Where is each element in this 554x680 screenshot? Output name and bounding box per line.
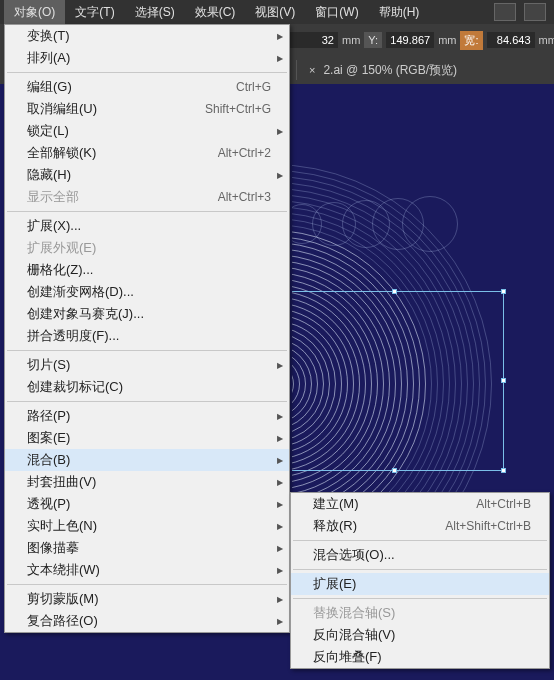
object-menu-item-21[interactable]: 图案(E)	[5, 427, 289, 449]
object-menu: 变换(T)排列(A)编组(G)Ctrl+G取消编组(U)Shift+Ctrl+G…	[4, 24, 290, 633]
menu-label: 隐藏(H)	[27, 166, 71, 184]
menu-select[interactable]: 选择(S)	[125, 0, 185, 24]
menu-label: 创建渐变网格(D)...	[27, 283, 134, 301]
object-menu-item-29[interactable]: 剪切蒙版(M)	[5, 588, 289, 610]
object-menu-item-7[interactable]: 隐藏(H)	[5, 164, 289, 186]
x-unit: mm	[342, 34, 360, 46]
menu-label: 编组(G)	[27, 78, 72, 96]
object-menu-item-12[interactable]: 栅格化(Z)...	[5, 259, 289, 281]
menu-label: 创建对象马赛克(J)...	[27, 305, 144, 323]
object-menu-item-10[interactable]: 扩展(X)...	[5, 215, 289, 237]
menu-effect[interactable]: 效果(C)	[185, 0, 246, 24]
menu-label: 创建裁切标记(C)	[27, 378, 123, 396]
menu-label: 图案(E)	[27, 429, 70, 447]
menu-label: 排列(A)	[27, 49, 70, 67]
object-menu-item-3[interactable]: 编组(G)Ctrl+G	[5, 76, 289, 98]
menu-label: 文本绕排(W)	[27, 561, 100, 579]
object-menu-item-1[interactable]: 排列(A)	[5, 47, 289, 69]
object-menu-item-17[interactable]: 切片(S)	[5, 354, 289, 376]
document-tab[interactable]: 2.ai @ 150% (RGB/预览)	[323, 62, 457, 79]
shortcut: Ctrl+G	[236, 80, 271, 94]
blend-submenu: 建立(M)Alt+Ctrl+B释放(R)Alt+Shift+Ctrl+B混合选项…	[290, 492, 550, 669]
menu-label: 实时上色(N)	[27, 517, 97, 535]
menu-label: 扩展(X)...	[27, 217, 81, 235]
menu-window[interactable]: 窗口(W)	[305, 0, 368, 24]
object-menu-item-24[interactable]: 透视(P)	[5, 493, 289, 515]
menu-label: 建立(M)	[313, 495, 359, 513]
shortcut: Alt+Shift+Ctrl+B	[445, 519, 531, 533]
object-menu-item-20[interactable]: 路径(P)	[5, 405, 289, 427]
w-value[interactable]: 84.643	[487, 32, 535, 48]
w-label: 宽:	[460, 31, 482, 50]
menu-object[interactable]: 对象(O)	[4, 0, 65, 24]
blend-menu-item-3[interactable]: 混合选项(O)...	[291, 544, 549, 566]
menu-label: 替换混合轴(S)	[313, 604, 395, 622]
menu-label: 扩展(E)	[313, 575, 356, 593]
object-menu-item-6[interactable]: 全部解锁(K)Alt+Ctrl+2	[5, 142, 289, 164]
menu-label: 取消编组(U)	[27, 100, 97, 118]
object-menu-item-22[interactable]: 混合(B)	[5, 449, 289, 471]
x-value[interactable]: 32	[290, 32, 338, 48]
blend-menu-item-8[interactable]: 反向混合轴(V)	[291, 624, 549, 646]
object-menu-item-11: 扩展外观(E)	[5, 237, 289, 259]
menu-label: 全部解锁(K)	[27, 144, 96, 162]
menu-label: 切片(S)	[27, 356, 70, 374]
menubar: 对象(O) 文字(T) 选择(S) 效果(C) 视图(V) 窗口(W) 帮助(H…	[0, 0, 554, 24]
object-menu-item-0[interactable]: 变换(T)	[5, 25, 289, 47]
object-menu-item-15[interactable]: 拼合透明度(F)...	[5, 325, 289, 347]
shortcut: Alt+Ctrl+3	[218, 190, 271, 204]
menu-label: 透视(P)	[27, 495, 70, 513]
selection-box	[292, 291, 504, 471]
blend-menu-item-9[interactable]: 反向堆叠(F)	[291, 646, 549, 668]
blend-menu-item-7: 替换混合轴(S)	[291, 602, 549, 624]
menu-label: 反向堆叠(F)	[313, 648, 382, 666]
blend-menu-item-5[interactable]: 扩展(E)	[291, 573, 549, 595]
menu-label: 混合(B)	[27, 451, 70, 469]
menu-label: 图像描摹	[27, 539, 79, 557]
y-value[interactable]: 149.867	[386, 32, 434, 48]
blend-menu-item-0[interactable]: 建立(M)Alt+Ctrl+B	[291, 493, 549, 515]
menu-label: 拼合透明度(F)...	[27, 327, 119, 345]
object-menu-item-30[interactable]: 复合路径(O)	[5, 610, 289, 632]
menu-label: 扩展外观(E)	[27, 239, 96, 257]
close-tab-icon[interactable]: ×	[309, 64, 315, 76]
menu-view[interactable]: 视图(V)	[245, 0, 305, 24]
shortcut: Shift+Ctrl+G	[205, 102, 271, 116]
toolbar-icon-2[interactable]	[524, 3, 546, 21]
object-menu-item-8: 显示全部Alt+Ctrl+3	[5, 186, 289, 208]
shortcut: Alt+Ctrl+B	[476, 497, 531, 511]
object-menu-item-13[interactable]: 创建渐变网格(D)...	[5, 281, 289, 303]
menu-label: 混合选项(O)...	[313, 546, 395, 564]
menu-label: 剪切蒙版(M)	[27, 590, 99, 608]
menu-label: 释放(R)	[313, 517, 357, 535]
object-menu-item-25[interactable]: 实时上色(N)	[5, 515, 289, 537]
object-menu-item-5[interactable]: 锁定(L)	[5, 120, 289, 142]
y-label: Y:	[364, 32, 382, 48]
menu-label: 栅格化(Z)...	[27, 261, 93, 279]
object-menu-item-23[interactable]: 封套扭曲(V)	[5, 471, 289, 493]
menu-help[interactable]: 帮助(H)	[369, 0, 430, 24]
object-menu-item-18[interactable]: 创建裁切标记(C)	[5, 376, 289, 398]
menu-label: 变换(T)	[27, 27, 70, 45]
menu-label: 显示全部	[27, 188, 79, 206]
toolbar-icon-1[interactable]	[494, 3, 516, 21]
menu-label: 路径(P)	[27, 407, 70, 425]
menu-label: 复合路径(O)	[27, 612, 98, 630]
object-menu-item-26[interactable]: 图像描摹	[5, 537, 289, 559]
blend-menu-item-1[interactable]: 释放(R)Alt+Shift+Ctrl+B	[291, 515, 549, 537]
menu-label: 锁定(L)	[27, 122, 69, 140]
object-menu-item-27[interactable]: 文本绕排(W)	[5, 559, 289, 581]
object-menu-item-4[interactable]: 取消编组(U)Shift+Ctrl+G	[5, 98, 289, 120]
menu-text[interactable]: 文字(T)	[65, 0, 124, 24]
object-menu-item-14[interactable]: 创建对象马赛克(J)...	[5, 303, 289, 325]
menu-label: 封套扭曲(V)	[27, 473, 96, 491]
shortcut: Alt+Ctrl+2	[218, 146, 271, 160]
menu-label: 反向混合轴(V)	[313, 626, 395, 644]
